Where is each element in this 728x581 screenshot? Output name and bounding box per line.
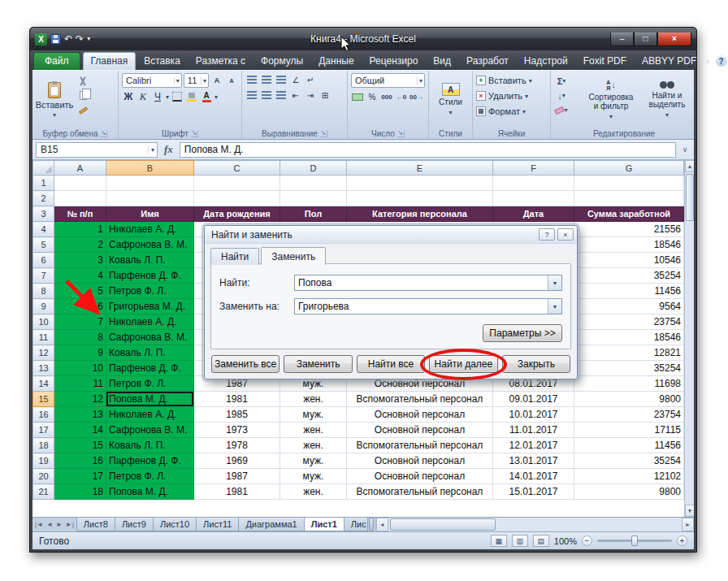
- collapse-ribbon-icon[interactable]: ∧: [704, 57, 710, 66]
- row-header-20[interactable]: 20: [33, 469, 54, 484]
- ribbon-tab-Главная[interactable]: Главная: [83, 52, 136, 70]
- autosum-icon[interactable]: Σ▾: [554, 75, 569, 87]
- scroll-up-icon[interactable]: ▲: [685, 160, 694, 172]
- row-header-6[interactable]: 6: [33, 253, 54, 268]
- minimize-button[interactable]: –: [610, 33, 634, 46]
- cell-A18[interactable]: 15: [54, 438, 106, 453]
- cell-A1[interactable]: [54, 176, 106, 191]
- ribbon-tab-Foxit PDF[interactable]: Foxit PDF: [576, 53, 634, 70]
- cell-F21[interactable]: 15.01.2017: [493, 484, 574, 500]
- cell-G12[interactable]: 12821: [574, 345, 684, 361]
- cell-E2[interactable]: [347, 191, 493, 206]
- cell-G13[interactable]: 35254: [574, 361, 684, 376]
- normal-view-icon[interactable]: ▦: [491, 535, 507, 547]
- row-header-13[interactable]: 13: [33, 361, 54, 376]
- format-cells-button[interactable]: ▦Формат▾: [476, 104, 547, 119]
- cell-F18[interactable]: 12.01.2017: [493, 438, 574, 453]
- cell-A15[interactable]: 12: [54, 392, 106, 407]
- cell-D3[interactable]: Пол: [280, 206, 347, 222]
- row-header-11[interactable]: 11: [33, 330, 54, 345]
- cell-A14[interactable]: 11: [54, 376, 106, 392]
- cell-A20[interactable]: 17: [54, 469, 106, 484]
- cell-B14[interactable]: Петров Ф. Л.: [106, 376, 194, 392]
- cell-E15[interactable]: Вспомогательный персонал: [347, 392, 493, 407]
- cell-A2[interactable]: [54, 191, 106, 206]
- cell-A4[interactable]: 1: [54, 222, 106, 237]
- cell-E3[interactable]: Категория персонала: [347, 206, 493, 222]
- cell-C15[interactable]: 1981: [194, 392, 280, 407]
- cell-G14[interactable]: 11698: [574, 376, 684, 392]
- vertical-scroll-thumb[interactable]: [686, 174, 694, 221]
- sheet-tab-Лист10[interactable]: Лист10: [153, 518, 197, 531]
- row-header-8[interactable]: 8: [33, 284, 54, 299]
- sheet-tab-Лист8[interactable]: Лист8: [76, 518, 115, 531]
- cell-A13[interactable]: 10: [54, 361, 106, 376]
- cell-B11[interactable]: Сафронова В. М.: [106, 330, 194, 345]
- cell-B4[interactable]: Николаев А. Д.: [106, 222, 194, 237]
- sheet-tab-Лис[interactable]: Лис: [344, 518, 368, 531]
- row-header-5[interactable]: 5: [33, 237, 54, 253]
- cell-B1[interactable]: [106, 176, 194, 191]
- cell-F3[interactable]: Дата: [493, 206, 574, 222]
- cell-G4[interactable]: 21556: [574, 222, 684, 237]
- row-header-14[interactable]: 14: [33, 376, 54, 392]
- cell-E18[interactable]: Вспомогательный персонал: [347, 438, 493, 453]
- cell-C1[interactable]: [194, 176, 280, 191]
- ribbon-tab-Рецензиро[interactable]: Рецензиро: [362, 53, 426, 70]
- cell-F15[interactable]: 09.01.2017: [493, 392, 574, 407]
- vertical-scrollbar[interactable]: ▲ ▼: [684, 160, 694, 517]
- horizontal-scroll-thumb[interactable]: [390, 518, 496, 531]
- cell-D21[interactable]: жен.: [280, 484, 347, 500]
- scroll-left-icon[interactable]: ◄: [376, 518, 388, 531]
- cell-A12[interactable]: 9: [54, 345, 106, 361]
- prev-sheet-icon[interactable]: ◄: [46, 521, 53, 528]
- dialog-title-bar[interactable]: Найти и заменить ? ×: [205, 226, 577, 244]
- cell-G18[interactable]: 11456: [574, 438, 684, 453]
- cell-A6[interactable]: 3: [54, 253, 106, 268]
- cell-B10[interactable]: Николаев А. Д.: [106, 314, 194, 330]
- options-button[interactable]: Параметры >>: [483, 324, 562, 342]
- cell-B16[interactable]: Николаев А. Д.: [106, 407, 194, 423]
- zoom-level[interactable]: 100%: [554, 536, 577, 546]
- cell-E17[interactable]: Основной персонал: [347, 423, 493, 438]
- dialog-button-Заменить[interactable]: Заменить: [284, 355, 352, 373]
- cell-G15[interactable]: 9800: [574, 392, 684, 407]
- font-color-dropdown-icon[interactable]: ▾: [214, 93, 218, 101]
- scroll-right-icon[interactable]: ►: [682, 518, 694, 531]
- cell-C2[interactable]: [194, 191, 280, 206]
- dialog-close-icon[interactable]: ×: [557, 228, 574, 241]
- column-header-C[interactable]: C: [194, 161, 280, 176]
- format-painter-icon[interactable]: [76, 104, 90, 116]
- cell-B6[interactable]: Коваль Л. П.: [106, 253, 194, 268]
- cell-F16[interactable]: 10.01.2017: [493, 407, 574, 423]
- dialog-launcher-icon[interactable]: ↘: [191, 130, 198, 137]
- currency-icon[interactable]: [351, 90, 364, 103]
- underline-dropdown-icon[interactable]: ▾: [166, 93, 169, 101]
- cell-G3[interactable]: Сумма заработной: [574, 206, 684, 222]
- cell-A11[interactable]: 8: [54, 330, 106, 345]
- row-header-15[interactable]: 15: [33, 392, 54, 407]
- cell-D19[interactable]: муж.: [280, 453, 347, 469]
- cell-B17[interactable]: Сафронова В. М.: [106, 423, 194, 438]
- help-icon[interactable]: ?: [716, 55, 727, 67]
- cell-C19[interactable]: 1969: [194, 453, 280, 469]
- dialog-button-Закрыть[interactable]: Закрыть: [502, 355, 570, 373]
- align-top-icon[interactable]: [245, 73, 258, 86]
- column-header-E[interactable]: E: [347, 161, 493, 176]
- cell-G9[interactable]: 9564: [574, 299, 684, 314]
- select-all-corner[interactable]: [33, 161, 54, 176]
- scroll-down-icon[interactable]: ▼: [685, 505, 694, 517]
- cell-B19[interactable]: Парфенов Д. Ф.: [106, 453, 194, 469]
- fx-icon[interactable]: fx: [161, 143, 176, 156]
- cell-B20[interactable]: Петров Ф. Л.: [106, 469, 194, 484]
- sheet-tab-Лист1[interactable]: Лист1: [304, 518, 344, 531]
- zoom-out-button[interactable]: −: [582, 535, 592, 546]
- cell-G11[interactable]: 18546: [574, 330, 684, 345]
- cell-D15[interactable]: жен.: [280, 392, 347, 407]
- dialog-tab-Найти[interactable]: Найти: [210, 248, 259, 265]
- name-box-dropdown-icon[interactable]: ▾: [148, 146, 157, 154]
- cell-D1[interactable]: [280, 176, 347, 191]
- dialog-launcher-icon[interactable]: ↘: [320, 130, 327, 137]
- cell-E16[interactable]: Основной персонал: [347, 407, 493, 423]
- cell-B7[interactable]: Парфенов Д. Ф.: [106, 268, 194, 284]
